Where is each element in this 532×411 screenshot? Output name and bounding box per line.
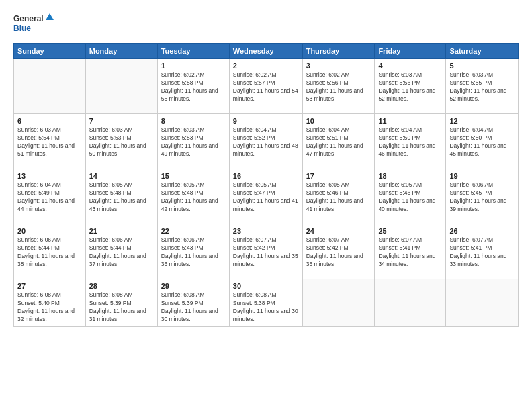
calendar-header-sunday: Sunday [14, 44, 86, 59]
day-number: 15 [161, 172, 226, 180]
day-number: 7 [89, 117, 154, 125]
day-number: 1 [161, 62, 226, 70]
day-info: Sunrise: 6:04 AMSunset: 5:50 PMDaylight:… [378, 126, 442, 158]
calendar-week-5: 27 Sunrise: 6:08 AMSunset: 5:40 PMDaylig… [14, 279, 519, 327]
calendar-cell: 3 Sunrise: 6:02 AMSunset: 5:56 PMDayligh… [302, 59, 375, 114]
calendar-cell: 24 Sunrise: 6:07 AMSunset: 5:42 PMDaylig… [302, 224, 375, 279]
calendar-cell: 21 Sunrise: 6:06 AMSunset: 5:44 PMDaylig… [85, 224, 157, 279]
calendar-week-2: 6 Sunrise: 6:03 AMSunset: 5:54 PMDayligh… [14, 114, 519, 169]
calendar-cell [85, 59, 157, 114]
day-info: Sunrise: 6:03 AMSunset: 5:53 PMDaylight:… [161, 126, 226, 158]
day-number: 8 [161, 117, 226, 125]
day-info: Sunrise: 6:08 AMSunset: 5:40 PMDaylight:… [17, 291, 82, 324]
day-info: Sunrise: 6:05 AMSunset: 5:46 PMDaylight:… [378, 181, 442, 214]
day-number: 26 [449, 227, 515, 235]
day-number: 9 [233, 117, 299, 125]
day-info: Sunrise: 6:05 AMSunset: 5:48 PMDaylight:… [161, 181, 226, 214]
calendar-cell: 27 Sunrise: 6:08 AMSunset: 5:40 PMDaylig… [14, 279, 86, 327]
day-number: 10 [306, 117, 371, 125]
day-info: Sunrise: 6:04 AMSunset: 5:51 PMDaylight:… [306, 126, 371, 158]
page-header: General Blue [13, 12, 519, 36]
day-info: Sunrise: 6:04 AMSunset: 5:49 PMDaylight:… [17, 181, 82, 214]
day-info: Sunrise: 6:03 AMSunset: 5:53 PMDaylight:… [89, 126, 154, 158]
day-info: Sunrise: 6:05 AMSunset: 5:46 PMDaylight:… [306, 181, 371, 214]
calendar-cell: 4 Sunrise: 6:03 AMSunset: 5:56 PMDayligh… [375, 59, 446, 114]
calendar-cell [302, 279, 375, 327]
calendar-cell: 29 Sunrise: 6:08 AMSunset: 5:39 PMDaylig… [157, 279, 229, 327]
calendar-cell: 2 Sunrise: 6:02 AMSunset: 5:57 PMDayligh… [229, 59, 302, 114]
day-info: Sunrise: 6:05 AMSunset: 5:48 PMDaylight:… [89, 181, 154, 214]
calendar-cell: 11 Sunrise: 6:04 AMSunset: 5:50 PMDaylig… [375, 114, 446, 169]
day-info: Sunrise: 6:06 AMSunset: 5:43 PMDaylight:… [161, 236, 226, 269]
calendar-cell: 17 Sunrise: 6:05 AMSunset: 5:46 PMDaylig… [302, 169, 375, 224]
calendar-cell: 9 Sunrise: 6:04 AMSunset: 5:52 PMDayligh… [229, 114, 302, 169]
day-info: Sunrise: 6:07 AMSunset: 5:42 PMDaylight:… [233, 236, 299, 269]
day-info: Sunrise: 6:02 AMSunset: 5:57 PMDaylight:… [233, 71, 299, 103]
day-number: 20 [17, 227, 82, 235]
calendar-table: SundayMondayTuesdayWednesdayThursdayFrid… [13, 43, 519, 327]
calendar-header-thursday: Thursday [302, 44, 375, 59]
calendar-cell: 23 Sunrise: 6:07 AMSunset: 5:42 PMDaylig… [229, 224, 302, 279]
calendar-week-1: 1 Sunrise: 6:02 AMSunset: 5:58 PMDayligh… [14, 59, 519, 114]
calendar-cell [14, 59, 86, 114]
logo-svg: General Blue [13, 12, 54, 36]
calendar-header-friday: Friday [375, 44, 446, 59]
calendar-cell: 13 Sunrise: 6:04 AMSunset: 5:49 PMDaylig… [14, 169, 86, 224]
day-number: 17 [306, 172, 371, 180]
day-number: 23 [233, 227, 299, 235]
day-number: 21 [89, 227, 154, 235]
day-info: Sunrise: 6:05 AMSunset: 5:47 PMDaylight:… [233, 181, 299, 214]
day-number: 30 [233, 282, 299, 290]
calendar-cell [375, 279, 446, 327]
day-info: Sunrise: 6:04 AMSunset: 5:50 PMDaylight:… [449, 126, 515, 158]
calendar-cell: 16 Sunrise: 6:05 AMSunset: 5:47 PMDaylig… [229, 169, 302, 224]
day-info: Sunrise: 6:03 AMSunset: 5:54 PMDaylight:… [17, 126, 82, 158]
day-number: 29 [161, 282, 226, 290]
day-number: 18 [378, 172, 442, 180]
calendar-cell: 12 Sunrise: 6:04 AMSunset: 5:50 PMDaylig… [446, 114, 519, 169]
svg-text:General: General [13, 14, 44, 24]
day-info: Sunrise: 6:06 AMSunset: 5:44 PMDaylight:… [89, 236, 154, 269]
day-info: Sunrise: 6:03 AMSunset: 5:56 PMDaylight:… [378, 71, 442, 103]
calendar-cell: 15 Sunrise: 6:05 AMSunset: 5:48 PMDaylig… [157, 169, 229, 224]
day-info: Sunrise: 6:08 AMSunset: 5:39 PMDaylight:… [161, 291, 226, 324]
calendar-week-4: 20 Sunrise: 6:06 AMSunset: 5:44 PMDaylig… [14, 224, 519, 279]
day-number: 24 [306, 227, 371, 235]
calendar-cell: 19 Sunrise: 6:06 AMSunset: 5:45 PMDaylig… [446, 169, 519, 224]
svg-text:Blue: Blue [13, 24, 31, 33]
day-number: 14 [89, 172, 154, 180]
calendar-cell: 18 Sunrise: 6:05 AMSunset: 5:46 PMDaylig… [375, 169, 446, 224]
calendar-week-3: 13 Sunrise: 6:04 AMSunset: 5:49 PMDaylig… [14, 169, 519, 224]
day-number: 2 [233, 62, 299, 70]
calendar-cell: 7 Sunrise: 6:03 AMSunset: 5:53 PMDayligh… [85, 114, 157, 169]
day-number: 3 [306, 62, 371, 70]
calendar-cell: 14 Sunrise: 6:05 AMSunset: 5:48 PMDaylig… [85, 169, 157, 224]
day-number: 22 [161, 227, 226, 235]
day-info: Sunrise: 6:03 AMSunset: 5:55 PMDaylight:… [449, 71, 515, 103]
day-number: 19 [449, 172, 515, 180]
calendar-header-monday: Monday [85, 44, 157, 59]
day-number: 16 [233, 172, 299, 180]
day-info: Sunrise: 6:07 AMSunset: 5:41 PMDaylight:… [449, 236, 515, 269]
calendar-cell: 22 Sunrise: 6:06 AMSunset: 5:43 PMDaylig… [157, 224, 229, 279]
day-number: 4 [378, 62, 442, 70]
calendar-cell: 1 Sunrise: 6:02 AMSunset: 5:58 PMDayligh… [157, 59, 229, 114]
day-number: 11 [378, 117, 442, 125]
calendar-cell: 28 Sunrise: 6:08 AMSunset: 5:39 PMDaylig… [85, 279, 157, 327]
logo: General Blue [13, 12, 54, 36]
day-info: Sunrise: 6:06 AMSunset: 5:44 PMDaylight:… [17, 236, 82, 269]
day-number: 28 [89, 282, 154, 290]
day-info: Sunrise: 6:02 AMSunset: 5:56 PMDaylight:… [306, 71, 371, 103]
day-info: Sunrise: 6:07 AMSunset: 5:42 PMDaylight:… [306, 236, 371, 269]
day-info: Sunrise: 6:07 AMSunset: 5:41 PMDaylight:… [378, 236, 442, 269]
day-info: Sunrise: 6:04 AMSunset: 5:52 PMDaylight:… [233, 126, 299, 158]
day-info: Sunrise: 6:08 AMSunset: 5:38 PMDaylight:… [233, 291, 299, 324]
calendar-cell: 5 Sunrise: 6:03 AMSunset: 5:55 PMDayligh… [446, 59, 519, 114]
day-number: 6 [17, 117, 82, 125]
calendar-header-tuesday: Tuesday [157, 44, 229, 59]
calendar-cell: 20 Sunrise: 6:06 AMSunset: 5:44 PMDaylig… [14, 224, 86, 279]
calendar-cell: 8 Sunrise: 6:03 AMSunset: 5:53 PMDayligh… [157, 114, 229, 169]
day-number: 13 [17, 172, 82, 180]
calendar-cell: 30 Sunrise: 6:08 AMSunset: 5:38 PMDaylig… [229, 279, 302, 327]
calendar-header-saturday: Saturday [446, 44, 519, 59]
